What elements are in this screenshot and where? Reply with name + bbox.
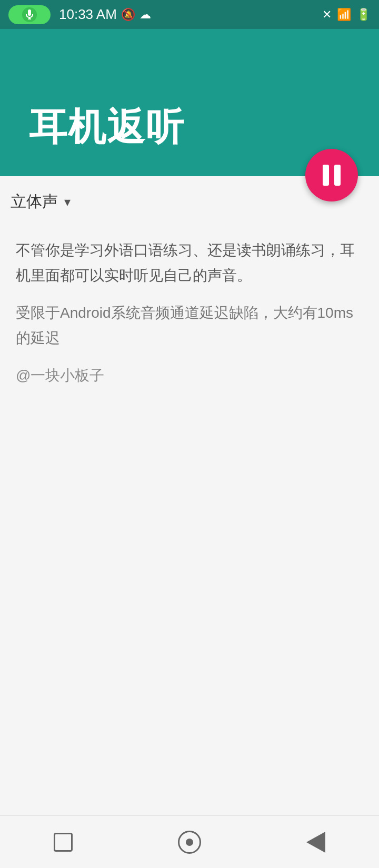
note-description: 受限于Android系统音频通道延迟缺陷，大约有10ms的延迟: [16, 300, 363, 350]
svg-rect-0: [28, 9, 31, 16]
pause-button[interactable]: [305, 149, 358, 201]
wifi-icon: 📶: [337, 8, 351, 22]
sim-icon: ✕: [322, 8, 332, 22]
mic-button[interactable]: [8, 5, 51, 24]
mic-icon: [22, 7, 37, 22]
page-title: 耳机返听: [29, 102, 185, 153]
weather-icon: ☁: [139, 8, 151, 22]
author-credit: @一块小板子: [16, 363, 363, 388]
back-button[interactable]: [300, 826, 332, 858]
back-arrow-icon: [306, 832, 325, 853]
description-section: 不管你是学习外语口语练习、还是读书朗诵练习，耳机里面都可以实时听见自己的声音。 …: [0, 227, 379, 399]
square-icon: [54, 833, 73, 852]
channel-dropdown[interactable]: 立体声 ▾: [11, 191, 71, 213]
status-bar: 10:33 AM 🔕 ☁ ✕ 📶 🔋: [0, 0, 379, 29]
pause-icon: [323, 165, 341, 186]
circle-inner-dot: [186, 839, 193, 846]
status-left: 10:33 AM 🔕 ☁: [8, 5, 151, 24]
main-button[interactable]: [174, 826, 205, 858]
dropdown-label: 立体声: [11, 191, 58, 213]
mute-icon: 🔕: [121, 8, 135, 22]
bottom-navigation: [0, 815, 379, 868]
home-button[interactable]: [47, 826, 79, 858]
battery-icon: 🔋: [356, 8, 371, 22]
main-description: 不管你是学习外语口语练习、还是读书朗诵练习，耳机里面都可以实时听见自己的声音。: [16, 238, 363, 288]
circle-icon: [178, 831, 201, 854]
status-time: 10:33 AM: [59, 6, 117, 23]
header: 耳机返听: [0, 29, 379, 176]
chevron-down-icon: ▾: [64, 195, 71, 209]
status-right: ✕ 📶 🔋: [322, 8, 371, 22]
